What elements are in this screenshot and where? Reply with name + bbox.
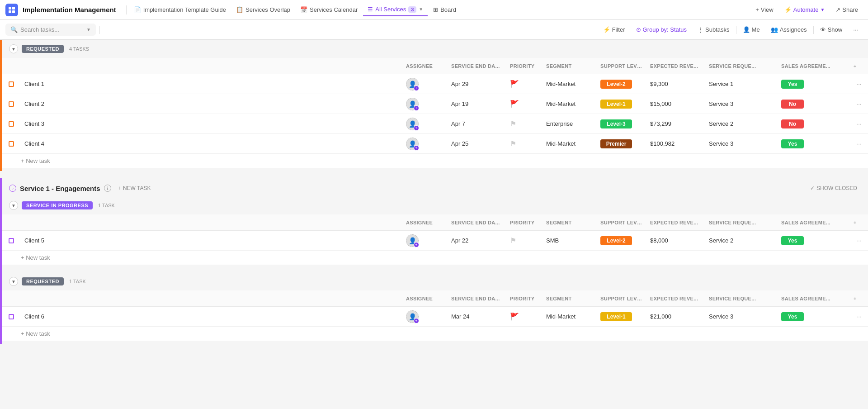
new-task-btn-sip[interactable]: + New task xyxy=(2,251,868,265)
assignee-client5[interactable]: 👤 + xyxy=(402,232,448,250)
avatar: 👤 + xyxy=(406,78,419,90)
subtasks-button[interactable]: ⋮ Subtasks xyxy=(693,24,734,35)
agreement-client4: Yes xyxy=(778,137,850,151)
col-h-add[interactable]: + xyxy=(850,216,868,229)
share-icon: ↗ xyxy=(835,6,840,13)
eye-icon: 👁 xyxy=(820,26,826,33)
group-header-sip: ▼ SERVICE IN PROGRESS 1 TASK xyxy=(2,196,868,214)
search-icon: 🔍 xyxy=(10,26,18,33)
assignee-client2[interactable]: 👤 + xyxy=(402,95,448,113)
subtasks-label: Subtasks xyxy=(705,26,729,33)
agreement-client6: Yes xyxy=(778,309,850,324)
add-client2[interactable]: ··· xyxy=(850,98,868,110)
task-name-client1[interactable]: Client 1 xyxy=(21,78,402,90)
filter-button[interactable]: ⚡ Filter xyxy=(599,24,630,35)
show-label: Show xyxy=(828,26,843,33)
list-icon: ☰ xyxy=(368,6,373,13)
add-client6[interactable]: ··· xyxy=(850,310,868,323)
filter-icon: ⚡ xyxy=(603,26,610,33)
section-info-btn[interactable]: ℹ xyxy=(104,185,111,192)
priority-client1: 🚩 xyxy=(506,77,542,91)
tab-overlap[interactable]: 📋 Services Overlap xyxy=(231,4,295,16)
avatar-plus: + xyxy=(414,125,419,131)
revenue-client5: $8,000 xyxy=(646,234,705,247)
task-name-client6[interactable]: Client 6 xyxy=(21,310,402,323)
group-by-button[interactable]: ⊙ Group by: Status xyxy=(632,24,692,35)
task-name-client5[interactable]: Client 5 xyxy=(21,234,402,247)
add-client1[interactable]: ··· xyxy=(850,78,868,90)
collapse-btn-sip[interactable]: ▼ xyxy=(9,201,18,210)
checkbox-client5[interactable] xyxy=(2,235,21,246)
avatar-plus: + xyxy=(414,318,419,323)
agreement-client1: Yes xyxy=(778,77,850,91)
checkmark-icon: ✓ xyxy=(810,185,815,191)
support-client2: Level-1 xyxy=(597,97,646,111)
more-button[interactable]: ··· xyxy=(849,24,863,35)
checkbox-client6[interactable] xyxy=(2,311,21,322)
assignee-client3[interactable]: 👤 + xyxy=(402,115,448,133)
assignees-icon: 👥 xyxy=(771,26,778,33)
col-h2-priority: PRIORITY xyxy=(506,292,542,305)
checkbox-client3[interactable] xyxy=(2,119,21,129)
svg-rect-1 xyxy=(12,7,15,10)
support-badge: Premier xyxy=(600,139,632,148)
col-h-priority: PRIORITY xyxy=(506,216,542,229)
toolbar-right: ⚡ Filter ⊙ Group by: Status ⋮ Subtasks 👤… xyxy=(599,24,863,35)
col-h-date: SERVICE END DA... xyxy=(448,216,506,229)
me-label: Me xyxy=(752,26,760,33)
tab-template[interactable]: 📄 Implementation Template Guide xyxy=(129,4,231,16)
assignee-client1[interactable]: 👤 + xyxy=(402,75,448,93)
add-client4[interactable]: ··· xyxy=(850,138,868,150)
priority-client3: ⚑ xyxy=(506,117,542,131)
checkbox-client4[interactable] xyxy=(2,138,21,149)
task-checkbox xyxy=(9,238,14,243)
me-icon: 👤 xyxy=(743,26,750,33)
section-new-task-btn[interactable]: + NEW TASK xyxy=(115,184,155,193)
task-checkbox xyxy=(9,101,14,107)
assignee-client4[interactable]: 👤 + xyxy=(402,135,448,153)
table-requested-2: ASSIGNEE SERVICE END DA... PRIORITY SEGM… xyxy=(2,290,868,341)
table-row: Client 4 👤 + Apr 25 ⚑ Mid-Market Premier… xyxy=(2,134,868,154)
checkbox-client1[interactable] xyxy=(2,79,21,90)
share-label: Share xyxy=(842,6,858,13)
support-badge: Level-2 xyxy=(600,80,632,89)
collapse-btn-requested-2[interactable]: ▼ xyxy=(9,277,18,286)
revenue-client4: $100,982 xyxy=(646,138,705,150)
section-collapse-btn[interactable]: ○ xyxy=(9,185,16,192)
group-label-sip: SERVICE IN PROGRESS xyxy=(22,201,93,209)
assignees-button[interactable]: 👥 Assignees xyxy=(766,24,811,35)
task-name-client2[interactable]: Client 2 xyxy=(21,98,402,110)
col-h2-segment: SEGMENT xyxy=(542,292,597,305)
avatar: 👤 + xyxy=(406,234,419,247)
agreement-badge: No xyxy=(781,119,804,128)
table-row: Client 5 👤 + Apr 22 ⚑ SMB Level-2 $8,000… xyxy=(2,231,868,251)
show-closed-btn[interactable]: ✓ SHOW CLOSED xyxy=(807,184,861,193)
new-task-btn-r2[interactable]: + New task xyxy=(2,327,868,341)
checkbox-client2[interactable] xyxy=(2,99,21,109)
add-client5[interactable]: ··· xyxy=(850,234,868,247)
subtasks-icon: ⋮ xyxy=(698,26,703,33)
col-header-add[interactable]: + xyxy=(850,60,868,72)
table-header-row-r2: ASSIGNEE SERVICE END DA... PRIORITY SEGM… xyxy=(2,290,868,307)
col-header-name xyxy=(21,62,402,70)
search-box[interactable]: 🔍 Search tasks... ▼ xyxy=(5,24,96,36)
col-h-support: SUPPORT LEVEL xyxy=(597,216,646,229)
show-button[interactable]: 👁 Show xyxy=(816,24,847,35)
collapse-btn-requested-1[interactable]: ▼ xyxy=(9,44,18,53)
task-name-client4[interactable]: Client 4 xyxy=(21,138,402,150)
service1-section: ○ Service 1 - Engagements ℹ + NEW TASK ✓… xyxy=(0,178,868,344)
task-name-client3[interactable]: Client 3 xyxy=(21,118,402,130)
toolbar-divider-2 xyxy=(736,26,736,34)
assignee-client6[interactable]: 👤 + xyxy=(402,308,448,326)
view-button[interactable]: + View xyxy=(751,4,778,15)
share-button[interactable]: ↗ Share xyxy=(831,4,863,15)
tab-allservices[interactable]: ☰ All Services 3 ▼ xyxy=(363,3,428,16)
new-task-btn-1[interactable]: + New task xyxy=(2,154,868,168)
tab-board[interactable]: ⊞ Board xyxy=(429,4,461,16)
me-button[interactable]: 👤 Me xyxy=(738,24,764,35)
add-client3[interactable]: ··· xyxy=(850,118,868,130)
tab-calendar[interactable]: 📅 Services Calendar xyxy=(296,4,362,16)
task-checkbox xyxy=(9,81,14,87)
col-h2-add[interactable]: + xyxy=(850,292,868,305)
automate-button[interactable]: ⚡ Automate ▼ xyxy=(780,4,830,15)
